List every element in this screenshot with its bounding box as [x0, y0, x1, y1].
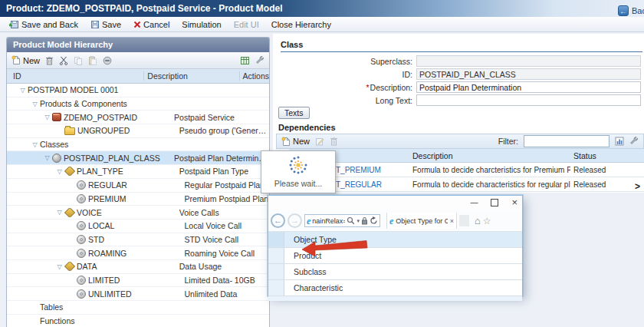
copy-icon[interactable]: [74, 56, 83, 65]
refresh-icon[interactable]: [370, 216, 378, 225]
long-text-field[interactable]: [416, 94, 641, 106]
please-wait-text: Please wait...: [261, 179, 335, 188]
tree-rows: ▽POSTPAID MODEL 0001▽Products & Componen…: [7, 84, 269, 327]
application-window: Product: ZDEMO_POSTPAID, Postpaid Servic…: [0, 0, 644, 327]
tree-row-zdemo-postpaid[interactable]: ▽ZDEMO_POSTPAIDPostpaid Service: [7, 111, 269, 124]
column-description: Description: [409, 151, 570, 160]
favorites-star-icon[interactable]: ☆: [483, 216, 491, 226]
tree-id-cell: STD: [7, 235, 184, 244]
characteristic-icon: [77, 235, 86, 244]
page-title: Product: ZDEMO_POSTPAID, Postpaid Servic…: [6, 3, 283, 14]
tree-node-label: POSTPAID_PLAN_CLASS: [64, 154, 160, 163]
class-icon: [52, 154, 61, 163]
expander-icon[interactable]: ▽: [18, 87, 28, 94]
back-icon: ←: [618, 5, 629, 16]
tab-title: Object Type for Creation: [396, 217, 447, 225]
window-titlebar: Product: ZDEMO_POSTPAID, Postpaid Servic…: [0, 0, 644, 17]
texts-button[interactable]: Texts: [278, 107, 310, 119]
row-selector[interactable]: [268, 280, 284, 296]
expander-icon[interactable]: ▽: [42, 154, 52, 161]
simulation-button[interactable]: Simulation: [176, 18, 227, 31]
tree-row-unlimited[interactable]: UNLIMITEDUnlimited Data: [7, 287, 269, 301]
expander-icon[interactable]: ▽: [30, 141, 40, 148]
tree-node-description: STD Voice Call: [184, 235, 269, 244]
close-hierarchy-button[interactable]: Close Hierarchy: [265, 18, 337, 31]
toolbar-item-label: Cancel: [143, 20, 169, 29]
row-selector[interactable]: [268, 264, 284, 279]
export-icon[interactable]: [240, 56, 250, 65]
form-field-row: ID:: [273, 68, 641, 81]
tree-row-classes[interactable]: ▽Classes: [7, 138, 269, 152]
ie-logo-icon: e: [389, 216, 393, 226]
tree-row-postpaid-plan-class[interactable]: ▽POSTPAID_PLAN_CLASSPostpaid Plan Determ…: [7, 151, 269, 165]
object-type-label: Characteristic: [284, 280, 522, 296]
new-tab-button[interactable]: [459, 215, 469, 226]
personalize-icon[interactable]: [255, 56, 264, 65]
row-selector[interactable]: [268, 248, 284, 263]
tree-node-label: VOICE: [77, 208, 102, 217]
tree-row-local[interactable]: LOCALLocal Voice Call: [7, 220, 269, 233]
expand-chevron[interactable]: >: [635, 181, 640, 192]
tree-row-voice[interactable]: ▽VOICEVoice Calls: [7, 206, 269, 220]
class-type-icon: [64, 167, 75, 176]
tree-node-description: Postpaid Service: [174, 113, 269, 122]
expander-icon[interactable]: ▽: [54, 168, 64, 175]
tree-row-limited[interactable]: LIMITEDLimited Data- 10GB: [7, 274, 269, 288]
delete-icon[interactable]: [45, 56, 54, 65]
save-button[interactable]: Save: [84, 18, 127, 31]
minimize-icon[interactable]: —: [470, 197, 478, 208]
expander-icon[interactable]: ▽: [30, 101, 40, 107]
browser-forward-icon[interactable]: →: [288, 213, 302, 228]
address-bar[interactable]: e nainRelax=min ▾: [304, 214, 380, 227]
search-icon[interactable]: [347, 216, 355, 225]
home-icon[interactable]: ⌂: [475, 215, 481, 226]
tree-row-ungrouped[interactable]: UNGROUPEDPseudo group ('General') for ..…: [7, 124, 269, 138]
column-description: Description: [143, 71, 238, 81]
tree-row-std[interactable]: STDSTD Voice Call: [7, 233, 269, 247]
settings-icon[interactable]: [629, 137, 639, 146]
cancel-button[interactable]: Cancel: [127, 18, 176, 31]
description-field[interactable]: [416, 81, 641, 93]
close-icon[interactable]: ×: [511, 197, 518, 208]
filter-input[interactable]: [524, 135, 610, 147]
new-button[interactable]: New: [12, 55, 40, 65]
new-button-label: New: [293, 137, 310, 146]
tree-row-plan-type[interactable]: ▽PLAN_TYPEPostpaid Plan Type: [7, 165, 269, 179]
tree-node-description: Regular Postpaid Plan: [184, 180, 269, 190]
browser-tab[interactable]: e Object Type for Creation ×: [386, 213, 457, 229]
tree-node-label: Functions: [40, 316, 75, 325]
object-type-row-characteristic[interactable]: Characteristic: [268, 280, 522, 296]
tree-row-data[interactable]: ▽DATAData Usage: [7, 260, 269, 274]
class-section-title: Class: [281, 40, 303, 49]
tree-row-products-components[interactable]: ▽Products & Components: [7, 97, 269, 111]
tree-row-functions[interactable]: Functions: [7, 315, 269, 327]
tree-row-tables[interactable]: Tables: [7, 301, 269, 315]
delete-icon[interactable]: [330, 137, 338, 146]
dropdown-arrow-icon[interactable]: ▾: [356, 218, 360, 224]
tab-close-icon[interactable]: ×: [450, 217, 454, 225]
section-divider: [281, 51, 642, 52]
object-type-row-subclass[interactable]: Subclass: [268, 264, 522, 280]
tree-row-premium[interactable]: PREMIUMPremium Postpiad Plan: [7, 193, 269, 206]
product-model-hierarchy-panel: Product Model Hierarchy New ID Descripti…: [6, 37, 270, 327]
collapse-icon[interactable]: [103, 56, 112, 65]
expander-icon[interactable]: ▽: [54, 263, 64, 270]
paste-icon[interactable]: [88, 56, 97, 65]
browser-back-icon[interactable]: ←: [271, 213, 285, 228]
tree-row-regular[interactable]: REGULARRegular Postpaid Plan: [7, 179, 269, 193]
field-label: Superclass:: [273, 57, 416, 66]
form-field-row: Superclass:: [273, 54, 641, 68]
edit-icon[interactable]: [315, 137, 324, 146]
maximize-icon[interactable]: [491, 199, 498, 206]
tree-row-postpaid-model-0001[interactable]: ▽POSTPAID MODEL 0001: [7, 84, 269, 97]
expander-icon[interactable]: ▽: [54, 209, 64, 216]
save-and-back-button[interactable]: Save and Back: [2, 18, 84, 31]
dependencies-new-button[interactable]: New: [281, 137, 310, 147]
tree-row-roaming[interactable]: ROAMINGRoaming Voice Call: [7, 246, 269, 260]
save-icon: [90, 20, 100, 29]
chart-view-icon[interactable]: [615, 137, 624, 146]
expander-icon[interactable]: ▽: [42, 114, 52, 121]
characteristic-icon: [77, 249, 86, 258]
url-text: nainRelax=min: [312, 217, 345, 225]
cut-icon[interactable]: [59, 56, 68, 65]
